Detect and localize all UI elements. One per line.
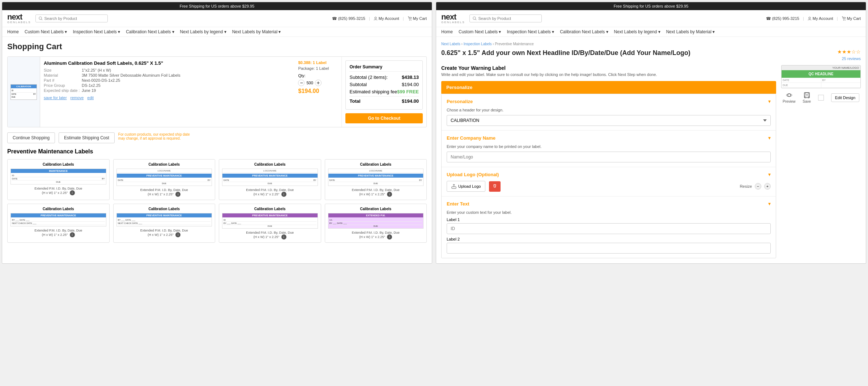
product-form: Create Your Warning Label Write and edit… [441, 65, 776, 258]
product-card-3[interactable]: Calibration Labels LOGO/NAME PREVENTIVE … [219, 159, 321, 200]
label-card-6: PREVENTIVE MAINTENANCE BY ___ DATE ___ N… [116, 213, 212, 226]
checkout-button[interactable]: Go to Checkout [345, 113, 423, 123]
label2-input[interactable] [447, 243, 771, 254]
product-grid: Calibration Labels MAINTENANCE ID DATEBY… [7, 159, 427, 243]
products-section-title: Preventive Maintenance Labels [7, 148, 427, 155]
info-icon-1[interactable]: i [70, 190, 75, 195]
edit-design-button[interactable]: Edit Design [831, 93, 859, 102]
resize-increase-button[interactable]: + [764, 183, 771, 190]
warning-note: For custom products, our expected ship d… [118, 132, 191, 140]
nav-material[interactable]: Next Labels by Material ▾ [232, 29, 281, 34]
product-card-5[interactable]: Calibration Labels PREVENTIVE MAINTENANC… [7, 204, 110, 243]
personalize-section: Personalize ▾ Chose a header for your de… [442, 94, 776, 131]
order-summary-title: Order Summary [349, 64, 419, 72]
svg-point-5 [473, 17, 475, 19]
nav-home[interactable]: Home [7, 29, 19, 34]
search-box[interactable] [35, 14, 108, 22]
nav-legend[interactable]: Next Labels by legend ▾ [180, 29, 226, 34]
preview-headline: QC HEADLINE [782, 70, 860, 78]
nav-calibration-right[interactable]: Calibration Next Labels ▾ [560, 29, 608, 34]
preview-name: YOUR NAME/LOGO [782, 65, 860, 70]
cart-item: CALIBRATION ID DATEBY DUE Aluminum Calib… [7, 56, 427, 127]
upload-logo-section: Upload Logo (Optional) ▾ Upload Logo [442, 167, 776, 196]
nav-calibration[interactable]: Calibration Next Labels ▾ [126, 29, 174, 34]
company-name-input[interactable] [447, 152, 771, 162]
save-later-link[interactable]: save for later [44, 96, 67, 100]
create-label-title: Create Your Warning Label [441, 65, 776, 71]
header-right: next GENLABELS ☎ (825) 995-3215 | My Acc… [436, 10, 866, 27]
enter-text-chevron: ▾ [768, 201, 771, 207]
enter-text-header[interactable]: Enter Text ▾ [447, 201, 771, 207]
info-icon-2[interactable]: i [175, 192, 180, 197]
preview-by-cell: BY [821, 78, 861, 82]
info-icon-6[interactable]: i [175, 232, 180, 237]
info-icon-7[interactable]: i [281, 234, 286, 239]
svg-point-0 [39, 17, 41, 19]
product-preview-panel: YOUR NAME/LOGO QC HEADLINE DATE BY DUE [781, 65, 861, 258]
edit-link[interactable]: edit [87, 96, 94, 100]
account-link[interactable]: My Account [374, 16, 399, 21]
logo-sub: GENLABELS [7, 21, 31, 24]
personalize-chevron: ▾ [768, 98, 771, 104]
label1-group: Label 1 [447, 217, 771, 234]
logo-right[interactable]: next GENLABELS [441, 13, 465, 24]
info-icon-4[interactable]: i [387, 192, 392, 197]
cart-link-right[interactable]: My Cart [842, 16, 861, 21]
header-design-select[interactable]: CALIBRATION INSPECTION MAINTENANCE QC HE… [447, 115, 771, 126]
info-icon-8[interactable]: i [387, 234, 392, 239]
product-card-8[interactable]: Calibration Labels EXTENDED P.M. I.D. BY… [325, 204, 427, 243]
nav-custom-right[interactable]: Custom Next Labels ▾ [459, 29, 501, 34]
breadcrumb-next-labels[interactable]: Next Labels [441, 42, 460, 46]
user-icon [374, 17, 378, 21]
upload-logo-chevron: ▾ [768, 171, 771, 177]
company-name-header[interactable]: Enter Company Name ▾ [447, 135, 771, 141]
upload-logo-button[interactable]: Upload Logo [447, 181, 485, 192]
product-card-1[interactable]: Calibration Labels MAINTENANCE ID DATEBY… [7, 159, 110, 200]
rating: ★★★☆☆ 25 reviews [837, 49, 861, 61]
search-input-right[interactable] [478, 16, 539, 21]
personalize-section-header[interactable]: Personalize ▾ [447, 98, 771, 104]
upload-icon [451, 184, 456, 189]
product-title: 0.625" x 1.5" Add your own Next Headline… [441, 49, 690, 57]
preview-button[interactable]: Preview [783, 92, 796, 103]
save-label: Save [803, 99, 811, 103]
header-right: ☎ (825) 995-3215 | My Account | My Cart [332, 16, 427, 21]
nav-inspection-right[interactable]: Inspection Next Labels ▾ [507, 29, 554, 34]
resize-row: Resize − + [740, 183, 771, 190]
search-icon [39, 16, 43, 21]
product-card-6[interactable]: Calibration Labels PREVENTIVE MAINTENANC… [113, 204, 216, 243]
nav-material-right[interactable]: Next Labels by Material ▾ [666, 29, 715, 34]
qty-decrease[interactable]: − [298, 80, 305, 86]
reviews-link[interactable]: 25 reviews [842, 56, 861, 61]
resize-decrease-button[interactable]: − [755, 183, 761, 190]
account-link-right[interactable]: My Account [808, 16, 833, 21]
user-icon-right [808, 17, 812, 21]
product-card-2[interactable]: Calibration Labels LOGO/NAME PREVENTIVE … [113, 159, 216, 200]
save-button[interactable]: Save [803, 92, 811, 103]
enter-text-section: Enter Text ▾ Enter your custom text for … [442, 196, 776, 258]
nav-legend-right[interactable]: Next Labels by legend ▾ [614, 29, 660, 34]
upload-logo-header[interactable]: Upload Logo (Optional) ▾ [447, 171, 771, 177]
remove-link[interactable]: remove [71, 96, 84, 100]
svg-point-7 [809, 17, 810, 19]
logo[interactable]: next GENLABELS [7, 13, 31, 24]
breadcrumb-inspection-labels[interactable]: Inspection Labels [464, 42, 492, 46]
info-icon-3[interactable]: i [281, 192, 286, 197]
qty-increase[interactable]: + [315, 80, 322, 86]
info-icon-5[interactable]: i [70, 232, 75, 237]
nav-inspection[interactable]: Inspection Next Labels ▾ [73, 29, 120, 34]
cart-link[interactable]: My Cart [408, 16, 427, 21]
continue-shopping-button[interactable]: Continue Shopping [7, 132, 55, 143]
nav-home-right[interactable]: Home [441, 29, 453, 34]
search-box-right[interactable] [469, 14, 542, 22]
label1-input[interactable] [447, 223, 771, 234]
product-card-4[interactable]: Calibration Labels LOGO/NAME PREVENTIVE … [325, 159, 427, 200]
estimate-shipping-button[interactable]: Estimate Shipping Cost [59, 132, 115, 143]
svg-line-6 [475, 19, 476, 20]
header-right-links: ☎ (825) 995-3215 | My Account | My Cart [766, 16, 861, 21]
nav-custom[interactable]: Custom Next Labels ▾ [25, 29, 67, 34]
search-input[interactable] [44, 16, 105, 21]
color-swatch[interactable] [818, 95, 824, 101]
product-card-7[interactable]: Calibration Labels PREVENTIVE MAINTENANC… [219, 204, 321, 243]
delete-logo-button[interactable] [489, 181, 501, 192]
